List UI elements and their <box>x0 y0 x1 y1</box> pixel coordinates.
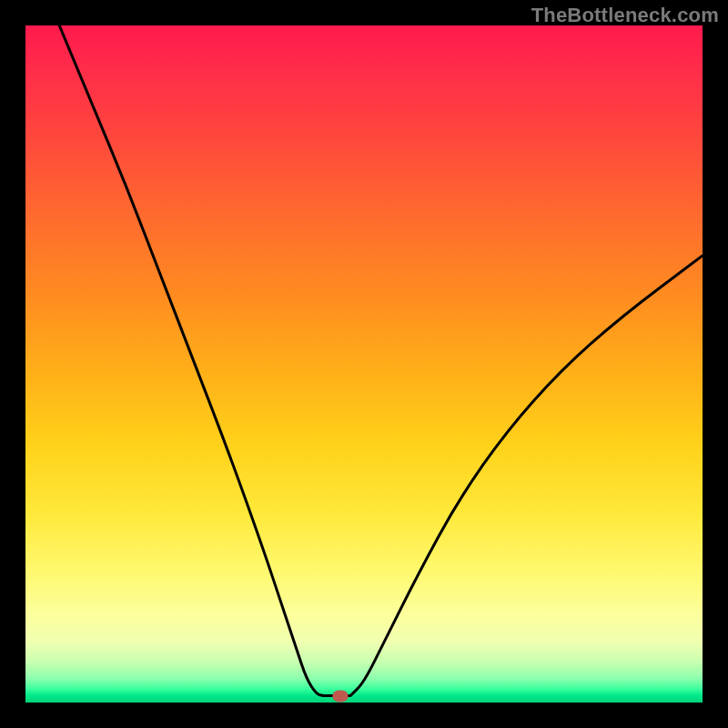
watermark-text: TheBottleneck.com <box>531 4 719 27</box>
plot-area <box>25 25 703 703</box>
bottleneck-curve <box>25 25 703 703</box>
optimal-point-marker <box>332 690 348 702</box>
outer-frame: TheBottleneck.com <box>0 0 728 728</box>
